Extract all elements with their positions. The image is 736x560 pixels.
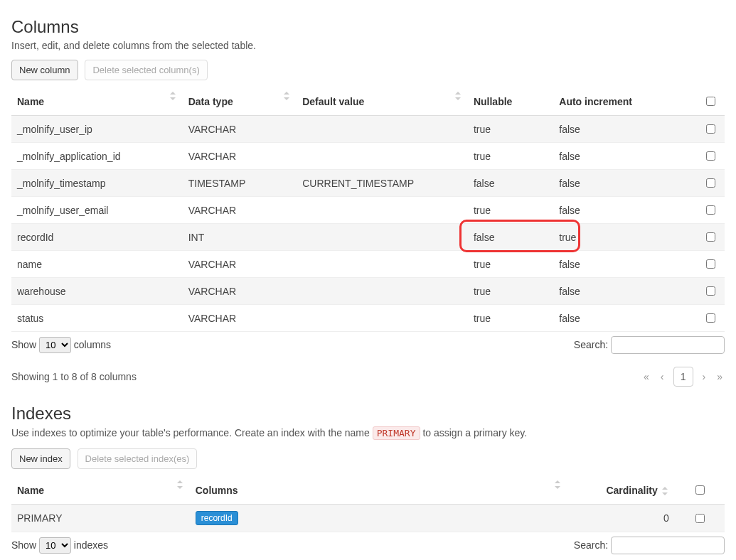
col-header-name[interactable]: Name	[11, 87, 183, 116]
cell-nullable: true	[468, 251, 553, 278]
table-row[interactable]: _molnify_user_ipVARCHARtruefalse	[11, 116, 725, 143]
columns-show-select[interactable]: 10	[39, 337, 71, 353]
table-row[interactable]: _molnify_user_emailVARCHARtruefalse	[11, 197, 725, 224]
cell-autoinc: false	[553, 305, 696, 332]
new-index-button[interactable]: New index	[11, 448, 70, 469]
new-column-button[interactable]: New column	[11, 60, 78, 80]
table-row[interactable]: warehouseVARCHARtruefalse	[11, 278, 725, 305]
cell-autoinc: false	[553, 197, 696, 224]
cell-nullable: true	[468, 305, 553, 332]
pager-next[interactable]: ›	[700, 371, 708, 382]
cell-nullable: false	[468, 170, 553, 197]
cell-datatype: TIMESTAMP	[183, 170, 297, 197]
table-row[interactable]: nameVARCHARtruefalse	[11, 251, 725, 278]
cell-datatype: INT	[183, 224, 297, 251]
cell-nullable: true	[468, 116, 553, 143]
delete-columns-button[interactable]: Delete selected column(s)	[85, 60, 207, 80]
cell-autoinc: false	[553, 170, 696, 197]
pager-page-1[interactable]: 1	[673, 367, 693, 387]
pager-prev[interactable]: ‹	[658, 371, 666, 382]
columns-show-control: Show 10 columns	[11, 337, 111, 353]
col-header-default[interactable]: Default value	[297, 87, 468, 116]
delete-indexes-button[interactable]: Delete selected index(es)	[78, 448, 198, 469]
row-checkbox[interactable]	[706, 259, 715, 269]
idx-header-select-all[interactable]	[675, 476, 725, 505]
cell-autoinc: false	[553, 116, 696, 143]
cell-name: _molnify_timestamp	[11, 170, 183, 197]
cell-datatype: VARCHAR	[183, 305, 297, 332]
cell-name: _molnify_user_email	[11, 197, 183, 224]
cell-nullable: false	[468, 224, 553, 251]
indexes-subtitle-prefix: Use indexes to optimize your table's per…	[11, 427, 373, 438]
cell-nullable: true	[468, 143, 553, 170]
cell-default	[297, 116, 468, 143]
row-checkbox[interactable]	[706, 178, 715, 188]
show-suffix: columns	[74, 339, 111, 350]
col-header-nullable[interactable]: Nullable	[468, 87, 553, 116]
columns-search-control: Search:	[574, 336, 725, 354]
show-label: Show	[11, 539, 36, 551]
cell-autoinc: false	[553, 251, 696, 278]
col-header-select-all[interactable]	[696, 87, 725, 116]
cell-default	[297, 251, 468, 278]
columns-info-text: Showing 1 to 8 of 8 columns	[11, 371, 137, 382]
cell-nullable: true	[468, 197, 553, 224]
table-row[interactable]: PRIMARYrecordId0	[11, 505, 725, 532]
cell-autoinc: false	[553, 143, 696, 170]
columns-subtitle: Insert, edit, and delete columns from th…	[11, 40, 725, 51]
indexes-show-select[interactable]: 10	[39, 537, 71, 554]
cell-default	[297, 305, 468, 332]
indexes-search-control: Search:	[574, 537, 725, 554]
cell-columns: recordId	[190, 505, 568, 532]
row-checkbox[interactable]	[706, 286, 715, 296]
col-header-autoinc[interactable]: Auto increment	[553, 87, 696, 116]
col-header-datatype[interactable]: Data type	[183, 87, 297, 116]
row-checkbox[interactable]	[706, 205, 715, 215]
cell-datatype: VARCHAR	[183, 116, 297, 143]
columns-title: Columns	[11, 17, 725, 37]
columns-search-input[interactable]	[611, 336, 725, 354]
cell-default	[297, 224, 468, 251]
pager-first[interactable]: «	[641, 371, 651, 382]
cell-default	[297, 197, 468, 224]
select-all-columns-checkbox[interactable]	[706, 97, 715, 106]
idx-header-cardinality[interactable]: Cardinality	[567, 476, 674, 505]
table-row[interactable]: _molnify_application_idVARCHARtruefalse	[11, 143, 725, 170]
indexes-title: Indexes	[11, 404, 725, 424]
search-label: Search:	[574, 339, 608, 350]
cell-default	[297, 278, 468, 305]
cell-default	[297, 143, 468, 170]
cell-datatype: VARCHAR	[183, 197, 297, 224]
row-checkbox[interactable]	[706, 313, 715, 323]
pager-last[interactable]: »	[715, 371, 725, 382]
cell-name: _molnify_user_ip	[11, 116, 183, 143]
select-all-indexes-checkbox[interactable]	[695, 485, 705, 495]
row-checkbox[interactable]	[695, 514, 705, 523]
search-label: Search:	[574, 539, 608, 551]
indexes-subtitle-suffix: to assign a primary key.	[422, 427, 527, 438]
cell-name: name	[11, 251, 183, 278]
cell-name: _molnify_application_id	[11, 143, 183, 170]
cell-name: warehouse	[11, 278, 183, 305]
row-checkbox[interactable]	[706, 124, 715, 134]
cell-autoinc: true	[553, 224, 696, 251]
columns-table: Name Data type Default value Nullable Au…	[11, 87, 725, 332]
indexes-search-input[interactable]	[611, 537, 725, 554]
columns-section: Columns Insert, edit, and delete columns…	[11, 17, 725, 387]
show-suffix: indexes	[74, 539, 108, 551]
column-pill: recordId	[196, 511, 238, 525]
row-checkbox[interactable]	[706, 232, 715, 242]
row-checkbox[interactable]	[706, 151, 715, 161]
cell-datatype: VARCHAR	[183, 143, 297, 170]
table-row[interactable]: _molnify_timestampTIMESTAMPCURRENT_TIMES…	[11, 170, 725, 197]
idx-header-name[interactable]: Name	[11, 476, 190, 505]
indexes-section: Indexes Use indexes to optimize your tab…	[11, 404, 725, 560]
cell-autoinc: false	[553, 278, 696, 305]
idx-header-columns[interactable]: Columns	[190, 476, 568, 505]
table-row[interactable]: recordIdINTfalsetrue	[11, 224, 725, 251]
indexes-show-control: Show 10 indexes	[11, 537, 108, 554]
cell-default: CURRENT_TIMESTAMP	[297, 170, 468, 197]
cell-datatype: VARCHAR	[183, 251, 297, 278]
table-row[interactable]: statusVARCHARtruefalse	[11, 305, 725, 332]
cell-cardinality: 0	[567, 505, 674, 532]
